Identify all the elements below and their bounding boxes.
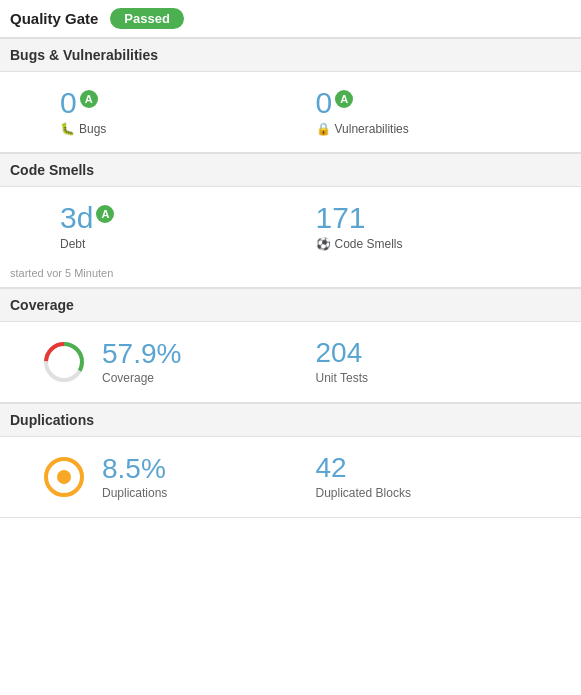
dup-blocks-count: 42: [316, 453, 347, 484]
coverage-pct: 57.9%: [102, 339, 181, 370]
dup-text: 8.5% Duplications: [102, 454, 167, 501]
dup-cell: 8.5% Duplications: [20, 453, 296, 501]
dup-circle: [40, 453, 88, 501]
coverage-section-header: Coverage: [0, 288, 581, 322]
coverage-metrics-row: 57.9% Coverage 204 Unit Tests: [0, 322, 581, 402]
quality-gate-label: Quality Gate: [10, 10, 98, 27]
coverage-label: Coverage: [102, 371, 181, 385]
header: Quality Gate Passed: [0, 0, 581, 38]
duplications-section: Duplications 8.5% Duplications 42 Duplic…: [0, 403, 581, 518]
vuln-grade: A: [335, 90, 353, 108]
unit-tests-label: Unit Tests: [316, 371, 368, 385]
smells-value-row: 171: [316, 203, 366, 233]
smells-label: ⚽ Code Smells: [316, 237, 403, 251]
vuln-icon: 🔒: [316, 122, 331, 136]
coverage-cell: 57.9% Coverage: [20, 338, 296, 386]
bugs-section-header: Bugs & Vulnerabilities: [0, 38, 581, 72]
coverage-section: Coverage 57.9% Coverage: [0, 288, 581, 403]
unit-tests-count: 204: [316, 338, 363, 369]
code-smells-metrics-row: 3d A Debt 171 ⚽ Code Smells: [0, 187, 581, 267]
vuln-value-row: 0 A: [316, 88, 354, 118]
coverage-text: 57.9% Coverage: [102, 339, 181, 386]
debt-value-row: 3d A: [60, 203, 114, 233]
bugs-value-row: 0 A: [60, 88, 98, 118]
duplications-section-header: Duplications: [0, 403, 581, 437]
bugs-metrics-row: 0 A 🐛 Bugs 0 A 🔒 Vulnerabilities: [0, 72, 581, 152]
vuln-count: 0: [316, 88, 333, 118]
bugs-label: 🐛 Bugs: [60, 122, 106, 136]
smells-count: 171: [316, 203, 366, 233]
debt-value: 3d: [60, 203, 93, 233]
dup-blocks-label: Duplicated Blocks: [316, 486, 411, 500]
bugs-icon: 🐛: [60, 122, 75, 136]
bugs-grade: A: [80, 90, 98, 108]
bugs-section: Bugs & Vulnerabilities 0 A 🐛 Bugs 0 A 🔒 …: [0, 38, 581, 153]
smells-cell: 171 ⚽ Code Smells: [316, 203, 572, 251]
coverage-circle: [40, 338, 88, 386]
vuln-label: 🔒 Vulnerabilities: [316, 122, 409, 136]
dup-blocks-cell: 42 Duplicated Blocks: [296, 453, 572, 501]
dup-label: Duplications: [102, 486, 167, 500]
debt-grade: A: [96, 205, 114, 223]
bugs-cell: 0 A 🐛 Bugs: [60, 88, 316, 136]
unit-tests-cell: 204 Unit Tests: [296, 338, 572, 386]
duplications-metrics-row: 8.5% Duplications 42 Duplicated Blocks: [0, 437, 581, 517]
debt-cell: 3d A Debt: [60, 203, 316, 251]
passed-badge: Passed: [110, 8, 184, 29]
code-smells-timestamp: started vor 5 Minuten: [0, 267, 581, 287]
dup-pct: 8.5%: [102, 454, 167, 485]
svg-point-4: [57, 470, 71, 484]
debt-label: Debt: [60, 237, 85, 251]
code-smells-section-header: Code Smells: [0, 153, 581, 187]
code-smells-section: Code Smells 3d A Debt 171 ⚽ Code Smells …: [0, 153, 581, 288]
vuln-cell: 0 A 🔒 Vulnerabilities: [316, 88, 572, 136]
bugs-count: 0: [60, 88, 77, 118]
smells-icon: ⚽: [316, 237, 331, 251]
